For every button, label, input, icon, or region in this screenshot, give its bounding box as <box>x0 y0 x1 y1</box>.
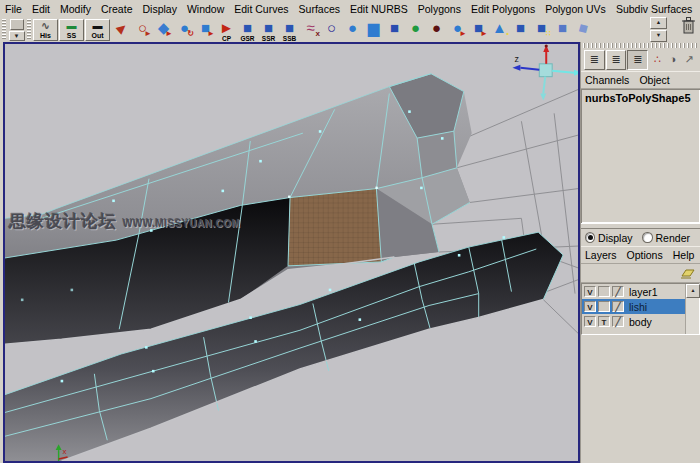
channel-box-toolbar: ≣≣≣∴◑↗ <box>581 49 700 71</box>
rotate-tool-icon-overlay: ↻ <box>187 30 194 38</box>
extrude-icon[interactable]: ▲• <box>489 18 510 41</box>
loft-icon[interactable]: ■► <box>468 18 489 41</box>
menu-window[interactable]: Window <box>182 2 229 16</box>
axis-label-x: x <box>63 447 67 456</box>
hypergraph-icon[interactable]: ∴ <box>649 52 665 68</box>
layer-menu-help[interactable]: Help <box>673 249 695 261</box>
scale-tool-icon[interactable]: ■► <box>195 18 216 41</box>
select-tool-icon[interactable]: ► <box>111 18 132 41</box>
menu-create[interactable]: Create <box>96 2 138 16</box>
select-arrow-icon[interactable]: ↗ <box>681 52 697 68</box>
channel-box-menu-object[interactable]: Object <box>639 74 669 86</box>
loft-icon-overlay: ► <box>480 30 488 38</box>
poly-sphere-icon[interactable]: ● <box>405 18 426 41</box>
smooth-shade-shelf-button[interactable]: ▬SS <box>59 19 84 41</box>
poly-sphere-icon-glyph: ● <box>405 17 426 39</box>
layer-visibility-toggle[interactable]: V <box>584 316 596 327</box>
menu-polygons[interactable]: Polygons <box>413 2 466 16</box>
channel-layout-button-1[interactable]: ≣ <box>584 50 605 70</box>
layer-color-swatch[interactable]: ╱ <box>612 316 624 327</box>
menu-polygon-uvs[interactable]: Polygon UVs <box>540 2 611 16</box>
cp-button-icon[interactable]: ►CP <box>216 18 237 41</box>
panel-drag-handle[interactable] <box>583 43 698 48</box>
nurbs-cylinder-icon-glyph: ▆ <box>363 17 384 39</box>
lasso-tool-icon[interactable]: ○► <box>132 18 153 41</box>
layer-row-body[interactable]: VT╱body <box>582 314 699 329</box>
layer-name: lishi <box>629 301 647 313</box>
move-tool-icon[interactable]: ◆► <box>153 18 174 41</box>
radio-render[interactable] <box>642 232 652 243</box>
ssr-button-icon-label: SSR <box>258 35 279 42</box>
channel-layout-button-3[interactable]: ≣ <box>627 50 648 70</box>
shelf-scroll-up-button[interactable]: ▲ <box>650 17 667 29</box>
radio-display[interactable] <box>585 232 595 243</box>
menu-bar: FileEditModifyCreateDisplayWindowEdit Cu… <box>0 0 700 18</box>
nurbs-cylinder-icon[interactable]: ▆ <box>363 18 384 41</box>
create-layer-icon[interactable] <box>679 266 696 280</box>
shelf-dropdown-arrow[interactable]: ▼ <box>9 31 25 41</box>
nurbs-cube-icon[interactable]: ■ <box>384 18 405 41</box>
menu-surfaces[interactable]: Surfaces <box>294 2 345 16</box>
nurbs-cube-icon-glyph: ■ <box>384 17 405 39</box>
radio-label-render: Render <box>656 232 690 244</box>
nurbs-circle-icon[interactable]: ○ <box>321 18 342 41</box>
layer-visibility-toggle[interactable]: V <box>584 286 596 297</box>
channel-layout-button-2[interactable]: ≣ <box>606 50 627 70</box>
layer-menu-layers[interactable]: Layers <box>585 249 617 261</box>
layer-row-layer1[interactable]: V╱layer1 <box>582 284 699 299</box>
nurbs-sphere-icon-glyph: ● <box>342 17 363 39</box>
menu-file[interactable]: File <box>0 2 27 16</box>
layer-color-swatch[interactable]: ╱ <box>612 301 624 312</box>
layer-row-lishi[interactable]: V╱lishi <box>582 299 699 314</box>
channel-box-menu-channels[interactable]: Channels <box>585 74 629 86</box>
nurbs-sphere-icon[interactable]: ● <box>342 18 363 41</box>
ssr-button-icon[interactable]: ■SSR <box>258 18 279 41</box>
ssb-button-icon[interactable]: ■SSB <box>279 18 300 41</box>
outline-shelf-button[interactable]: ▬Out <box>85 19 110 41</box>
revolve-icon-overlay: ► <box>459 30 467 38</box>
layer-color-swatch[interactable]: ╱ <box>612 286 624 297</box>
cv-curve-icon[interactable]: ≈x <box>300 18 321 41</box>
scroll-up-arrow[interactable]: ▲ <box>686 284 700 298</box>
gsr-button-icon[interactable]: ■GSR <box>237 18 258 41</box>
menu-modify[interactable]: Modify <box>55 2 96 16</box>
layer-editor-toolbar <box>581 264 700 283</box>
layer-mode-toggle[interactable]: T <box>598 316 610 327</box>
cv-curve-icon-overlay: x <box>316 30 320 38</box>
render-sphere-icon[interactable]: ◑ <box>665 52 681 68</box>
bevel-icon[interactable]: ■ <box>552 18 573 41</box>
bevel-plus-icon[interactable]: ■ <box>573 18 594 41</box>
perspective-viewport[interactable]: z x 思缘设计论坛 WWW.MISSYUAN.COM <box>3 42 580 463</box>
toolbar-grip[interactable] <box>2 19 6 40</box>
object-name[interactable]: nurbsToPolyShape5 <box>585 92 696 104</box>
shelf-toolbar: ▼ ∿His▬SS▬Out ►○►◆►●↻■►►CP■GSR■SSR■SSB≈x… <box>0 17 700 42</box>
layer-mode-toggle[interactable] <box>598 286 610 297</box>
menu-edit-nurbs[interactable]: Edit NURBS <box>345 2 413 16</box>
poly-torus-icon[interactable]: ● <box>426 18 447 41</box>
trash-icon[interactable] <box>681 16 696 34</box>
ssb-button-icon-label: SSB <box>279 35 300 42</box>
toolbar-grip2[interactable] <box>27 19 31 40</box>
shelf-tab-selector[interactable]: ▼ <box>8 19 25 41</box>
menu-display[interactable]: Display <box>137 2 181 16</box>
layer-list-scrollbar[interactable]: ▲ <box>685 284 699 334</box>
menu-subdiv-surfaces[interactable]: Subdiv Surfaces <box>611 2 697 16</box>
menu-edit[interactable]: Edit <box>27 2 55 16</box>
move-manipulator[interactable]: z <box>512 44 578 100</box>
layer-mode-toggle[interactable] <box>598 301 610 312</box>
layer-visibility-toggle[interactable]: V <box>584 301 596 312</box>
menu-edit-polygons[interactable]: Edit Polygons <box>466 2 540 16</box>
rotate-tool-icon[interactable]: ●↻ <box>174 18 195 41</box>
bevel-plus-icon-glyph: ■ <box>571 15 597 42</box>
planar-icon[interactable]: ■ <box>510 18 531 41</box>
menu-edit-curves[interactable]: Edit Curves <box>229 2 293 16</box>
poly-torus-icon-glyph: ● <box>426 17 447 39</box>
move-tool-icon-overlay: ► <box>165 30 173 38</box>
layer-menu-options[interactable]: Options <box>627 249 663 261</box>
birail-icon[interactable]: ■∷ <box>531 18 552 41</box>
shelf-scroll-down-button[interactable]: ▼ <box>650 30 667 42</box>
history-shelf-button[interactable]: ∿His <box>33 19 58 41</box>
layer-name: body <box>629 316 652 328</box>
revolve-icon[interactable]: ●► <box>447 18 468 41</box>
extrude-icon-overlay: • <box>506 30 509 38</box>
